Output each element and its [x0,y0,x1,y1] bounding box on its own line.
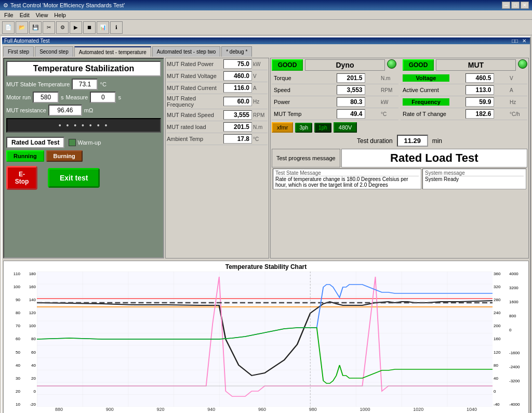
mid-unit-2: A [252,85,268,91]
mid-label-0: MUT Rated Power [167,61,223,67]
measure-value: 0 [90,92,116,103]
mid-value-3: 60.0 [223,97,252,106]
mid-label-3: MUT Rated Frequency [167,95,223,108]
ldr-unit-1: RPM [381,87,396,93]
tab-second-step[interactable]: Second step [35,46,73,57]
menu-help[interactable]: Help [51,11,69,19]
right-data-row-2: Frequency 59.9 Hz [401,96,527,108]
mid-value-6: 17.8 [223,134,252,144]
ldr-value-2: 80.3 [337,97,365,107]
warmup-checkbox-group: Warm-up [69,139,101,146]
mid-value-1: 460.0 [223,71,252,81]
mid-value-0: 75.0 [223,59,252,69]
toolbar-save[interactable]: 💾 [29,21,42,34]
toolbar-settings[interactable]: ⚙ [56,21,69,34]
mid-row-5: MUT rated load 201.5 N.m [167,122,268,133]
test-duration-label: Test duration [357,137,393,145]
rdr-label-1: Active Current [403,87,449,93]
stable-temp-label: MUT Stable Temperature [6,81,70,87]
rdr-unit-3: °C/h [510,111,525,117]
right-data-row-1: Active Current 113.0 A [401,84,527,96]
mid-unit-3: Hz [252,99,268,105]
mid-label-4: MUT Rated Speed [167,112,223,118]
y-axis-left2: 180160140120100806040200-20 [21,272,37,407]
test-duration-value: 11.29 [397,135,428,147]
chart-area: Temperature Stability Chart 110100908070… [3,261,529,413]
burning-button[interactable]: Burning [46,150,83,162]
toolbar-info[interactable]: ℹ [110,21,123,34]
estop-button[interactable]: E-Stop [6,166,37,190]
left-data-row-2: Power 80.3 kW [272,96,398,108]
3ph-button[interactable]: 3ph [295,123,312,133]
mut-status-indicator [518,59,527,69]
left-data-row-1: Speed 3,553 RPM [272,84,398,96]
sys-msg-title: System message [425,170,524,176]
mid-row-0: MUT Rated Power 75.0 kW [167,59,268,70]
panel-title: Temperature Stabilization [6,61,161,76]
dyno-label: Dyno [305,59,385,71]
480v-button[interactable]: 480V [334,122,357,133]
tab-automated-temp[interactable]: Automated test - temperature [74,46,151,57]
rdr-label-3: Rate of T change [403,111,449,117]
mid-unit-1: V [252,73,268,79]
resistance-unit: mΩ [84,107,93,113]
tab-first-step[interactable]: First step [3,46,34,57]
tab-debug[interactable]: * debug * [221,46,252,57]
tabs-bar: First step Second step Automated test - … [2,44,530,57]
menu-file[interactable]: File [1,11,17,19]
stable-temp-value: 73.1 [72,79,98,90]
toolbar-new[interactable]: 📄 [2,21,15,34]
close-button[interactable]: ✕ [521,2,529,9]
sys-msg-content: System Ready [425,176,524,182]
rdr-value-2: 59.9 [466,97,494,107]
dyno-good-button[interactable]: GOOD [272,59,303,71]
exit-button[interactable]: Exit test [48,168,100,188]
rdr-value-3: 182.6 [466,109,494,119]
ldr-value-0: 201.5 [337,73,365,83]
mid-label-6: Ambient Temp [167,136,223,142]
motor-run-value: 580 [33,92,59,103]
toolbar-cut[interactable]: ✂ [43,21,55,34]
motor-run-unit: s [61,94,64,100]
maximize-button[interactable]: □ [511,2,520,9]
toolbar-open[interactable]: 📂 [16,21,28,34]
inner-close[interactable]: ✕ [521,38,528,44]
mut-label: MUT [436,59,516,71]
ldr-value-3: 49.4 [337,109,365,119]
toolbar-stop[interactable]: ⏹ [83,21,96,34]
dyno-status-indicator [387,59,396,69]
warmup-checkbox[interactable] [69,139,76,146]
inner-window-title: Full Automated Test [4,38,50,44]
app-icon: ⚙ [3,2,8,9]
mid-value-5: 201.5 [223,122,252,132]
menu-edit[interactable]: Edit [17,11,33,19]
mid-value-4: 3,555 [223,110,252,120]
mid-unit-6: °C [252,136,268,142]
state-msg-title: Test State Message [275,170,419,176]
tab-automated-step2[interactable]: Automated test - step two [152,46,220,57]
minimize-button[interactable]: ─ [502,2,510,9]
state-messages-row: Test State Message Rate of temperature c… [273,169,526,189]
resistance-label: MUT resistance [6,107,46,113]
right-data-row-3: Rate of T change 182.6 °C/h [401,108,527,120]
dots-display: • • • • • • • [6,118,161,133]
toolbar-run[interactable]: ▶ [70,21,82,34]
measure-unit: s [118,94,121,100]
menu-view[interactable]: View [33,11,51,19]
state-msg-content: Rate of temperature change is 180.0 Degr… [275,176,419,188]
chart-svg [37,272,493,407]
motor-run-label: Motor run [6,94,31,100]
xfmr-button[interactable]: xfmr [272,122,293,133]
x-axis-labels: 880900920940960980100010201040 [55,407,477,412]
inner-window-header: Full Automated Test □□ ✕ [2,37,530,44]
running-button[interactable]: Running [6,150,44,162]
toolbar-chart[interactable]: 📊 [97,21,109,34]
mid-row-4: MUT Rated Speed 3,555 RPM [167,110,268,121]
left-panel: Temperature Stabilization MUT Stable Tem… [3,58,164,259]
1ph-button[interactable]: 1ph [314,123,331,133]
rdr-value-0: 460.5 [466,73,494,83]
progress-label-button[interactable]: Test progress message [272,149,340,167]
inner-maximize[interactable]: □□ [510,38,520,44]
rdr-unit-0: V [510,75,525,81]
mut-good-button[interactable]: GOOD [403,59,434,71]
